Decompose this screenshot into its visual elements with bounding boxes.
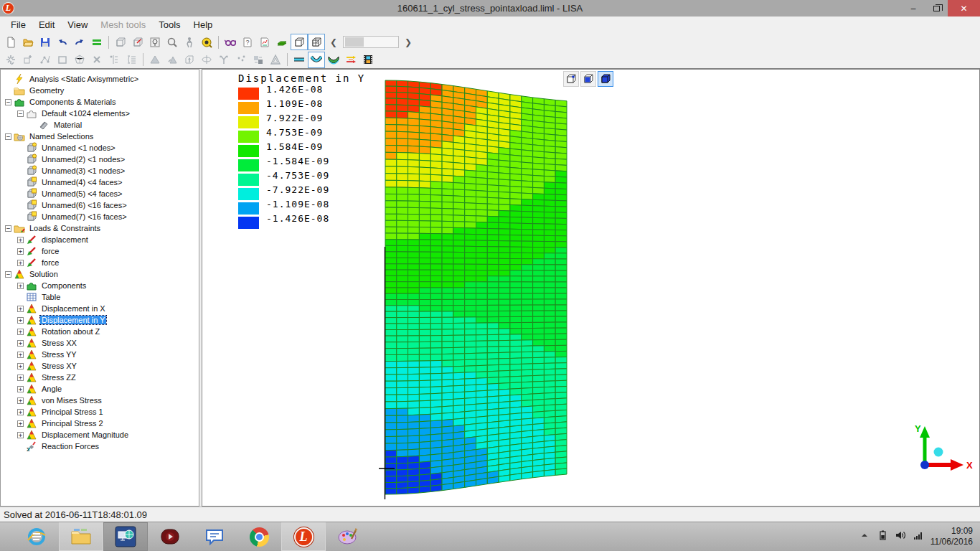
taskbar-media-player[interactable] [148, 522, 192, 551]
split-fork-button[interactable] [215, 52, 232, 68]
taskbar-file-explorer[interactable] [59, 522, 103, 551]
tree-item-rotation-about-z[interactable]: +Rotation about Z [1, 326, 199, 337]
tree-toggle-plus[interactable]: + [17, 352, 24, 358]
speaker-icon[interactable] [895, 529, 906, 544]
rect-select-button[interactable] [54, 52, 71, 68]
tree-item-solution[interactable]: −Solution [1, 268, 199, 280]
chevron-up-icon[interactable] [859, 529, 870, 544]
tree-item-displacement-in-x[interactable]: +Displacement in X [1, 303, 199, 314]
taskbar-chrome[interactable] [237, 522, 281, 551]
close-button[interactable]: ✕ [948, 0, 980, 17]
tree-toggle-plus[interactable]: + [17, 363, 24, 369]
tree-item-table[interactable]: Table [1, 291, 199, 303]
restore-button[interactable] [925, 0, 948, 17]
renumber-nodes-button[interactable] [105, 52, 123, 68]
signal-icon[interactable] [913, 529, 924, 544]
tree-item-geometry[interactable]: Geometry [1, 85, 199, 96]
tree-item-stress-xy[interactable]: +Stress XY [1, 360, 199, 372]
tree-toggle-plus[interactable]: + [17, 283, 24, 289]
tree-item-angle[interactable]: +Angle [1, 383, 199, 395]
taskbar-messenger[interactable] [192, 522, 237, 551]
menu-edit[interactable]: Edit [32, 18, 61, 32]
add-element-button[interactable] [19, 52, 37, 68]
view-options-button[interactable] [222, 34, 239, 50]
tree-item-stress-xx[interactable]: +Stress XX [1, 337, 199, 349]
tree-toggle-plus[interactable]: + [17, 420, 24, 427]
tree-toggle-plus[interactable]: + [17, 340, 24, 347]
revolve-button[interactable] [198, 52, 215, 68]
zoom-box-button[interactable] [146, 34, 164, 50]
menu-view[interactable]: View [61, 18, 94, 32]
contour-filled-button[interactable] [325, 52, 342, 68]
taskbar-internet-explorer[interactable] [14, 522, 59, 551]
help-page-button[interactable]: ? [239, 34, 256, 50]
layers-button[interactable] [273, 34, 291, 50]
new-file-button[interactable] [2, 34, 19, 50]
cube-corner-view-button[interactable] [563, 71, 579, 87]
tree-item-displacement[interactable]: +displacement [1, 234, 199, 245]
scroll-right-button[interactable]: ❯ [400, 34, 417, 50]
refine-tri-button[interactable] [146, 52, 164, 68]
tree-toggle-minus[interactable]: − [5, 225, 11, 232]
minimize-button[interactable]: – [902, 0, 925, 17]
menu-tools[interactable]: Tools [152, 18, 187, 32]
magnify-button[interactable] [198, 34, 215, 50]
tree-toggle-plus[interactable]: + [17, 397, 24, 404]
zoom-button[interactable] [164, 34, 181, 50]
undo-button[interactable] [54, 34, 71, 50]
delete-element-button[interactable] [88, 52, 105, 68]
tree-toggle-plus[interactable]: + [17, 237, 24, 243]
taskbar-clock[interactable]: 19:0911/06/2016 [930, 526, 973, 547]
tree-item-material[interactable]: Material [1, 119, 199, 131]
taskbar-lisa[interactable]: L [281, 522, 326, 551]
tree-toggle-minus[interactable]: − [5, 133, 11, 140]
tree-item-components[interactable]: +Components [1, 280, 199, 291]
triangle-quality-button[interactable] [267, 52, 284, 68]
wireframe-view-button[interactable] [308, 34, 325, 50]
orient-view-button[interactable] [129, 34, 146, 50]
tree-toggle-minus[interactable]: − [5, 271, 11, 278]
tree-item-reaction-forces[interactable]: ΣReaction Forces [1, 441, 199, 452]
tree-toggle-plus[interactable]: + [17, 317, 24, 324]
tree-item-default-1024-elements[interactable]: −Default <1024 elements> [1, 108, 199, 119]
contour-smooth-button[interactable] [308, 52, 325, 68]
save-file-button[interactable] [37, 34, 54, 50]
taskbar-paint[interactable] [326, 522, 370, 551]
refine-arrow-button[interactable] [164, 52, 181, 68]
tree-toggle-minus[interactable]: − [17, 110, 24, 117]
tree-toggle-plus[interactable]: + [17, 260, 24, 266]
tree-toggle-plus[interactable]: + [17, 329, 24, 335]
tree-toggle-plus[interactable]: + [17, 306, 24, 312]
taskbar-network-tool[interactable] [103, 522, 148, 551]
tree-item-unnamed-3-1-nodes[interactable]: Unnamed(3) <1 nodes> [1, 165, 199, 176]
contour-lines-button[interactable] [291, 52, 308, 68]
report-button[interactable] [256, 34, 273, 50]
extrude-button[interactable] [181, 52, 198, 68]
menu-help[interactable]: Help [187, 18, 220, 32]
redo-button[interactable] [71, 34, 88, 50]
tree-toggle-plus[interactable]: + [17, 409, 24, 415]
cube-solid-view-button[interactable] [598, 71, 613, 87]
perspective-view-button[interactable] [291, 34, 308, 50]
tree-toggle-plus[interactable]: + [17, 375, 24, 381]
swap-faces-button[interactable] [250, 52, 267, 68]
tree-item-force[interactable]: +force [1, 245, 199, 257]
tree-item-von-mises-stress[interactable]: +von Mises Stress [1, 395, 199, 406]
tree-item-components-materials[interactable]: −Components & Materials [1, 96, 199, 108]
mesh-editor-button[interactable] [88, 34, 105, 50]
deform-scale-button[interactable] [342, 52, 359, 68]
scroll-left-button[interactable]: ❮ [325, 34, 342, 50]
tree-item-named-selections[interactable]: −Named Selections [1, 131, 199, 142]
tree-item-principal-stress-2[interactable]: +Principal Stress 2 [1, 418, 199, 429]
tree-item-stress-yy[interactable]: +Stress YY [1, 349, 199, 360]
tree-item-loads-constraints[interactable]: −Loads & Constraints [1, 222, 199, 234]
node-list-button[interactable] [123, 52, 140, 68]
cube-shaded-view-button[interactable] [580, 71, 596, 87]
tree-item-unnamed-4-4-faces[interactable]: Unnamed(4) <4 faces> [1, 176, 199, 188]
polyline-nodes-button[interactable] [37, 52, 54, 68]
open-file-button[interactable] [19, 34, 37, 50]
tree-toggle-plus[interactable]: + [17, 432, 24, 438]
tree-toggle-plus[interactable]: + [17, 248, 24, 255]
tree-item-unnamed-1-nodes[interactable]: Unnamed <1 nodes> [1, 142, 199, 154]
viewport-3d[interactable]: Displacement in Y 1.426E-081.109E-087.92… [202, 69, 980, 507]
